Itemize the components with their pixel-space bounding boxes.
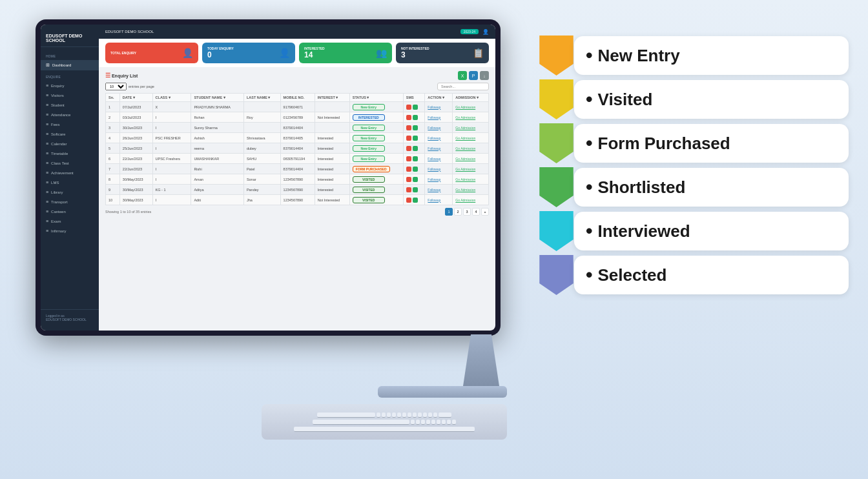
admission-link[interactable]: Go Admission: [455, 178, 475, 181]
followup-link[interactable]: Followup: [428, 136, 440, 140]
sms-red-icon[interactable]: [406, 115, 411, 120]
status-badge[interactable]: FORM PURCHASED: [353, 166, 390, 172]
page-2-btn[interactable]: 2: [454, 208, 462, 216]
sms-red-icon[interactable]: [406, 177, 411, 182]
sidebar-item-timetable[interactable]: ≡ Timetable: [41, 148, 99, 158]
sms-red-icon[interactable]: [406, 146, 411, 151]
search-input[interactable]: [437, 83, 489, 90]
col-action[interactable]: ACTION ▾: [425, 94, 453, 102]
print-btn[interactable]: ↓: [480, 71, 489, 80]
sms-green-icon[interactable]: [413, 115, 418, 120]
cell-mobile: 9179604671: [280, 102, 315, 112]
sidebar-item-dashboard[interactable]: ⊞ Dashboard: [41, 60, 99, 70]
admission-link[interactable]: Go Admission: [455, 167, 475, 171]
sms-green-icon[interactable]: [413, 187, 418, 192]
page-4-btn[interactable]: 4: [472, 208, 480, 216]
sms-green-icon[interactable]: [413, 156, 418, 161]
admission-link[interactable]: Go Admission: [455, 105, 475, 109]
admission-link[interactable]: Go Admission: [455, 136, 475, 140]
col-interest[interactable]: INTEREST ▾: [315, 94, 349, 102]
followup-link[interactable]: Followup: [428, 147, 440, 150]
sms-green-icon[interactable]: [413, 125, 418, 130]
followup-link[interactable]: Followup: [428, 188, 440, 192]
sidebar-item-attendance[interactable]: ≡ Attendance: [41, 110, 99, 119]
col-status[interactable]: STATUS ▾: [349, 94, 403, 102]
sidebar-item-canteen[interactable]: ≡ Canteen: [41, 207, 99, 216]
sidebar-item-exam[interactable]: ≡ Exam: [41, 216, 99, 226]
admission-link[interactable]: Go Admission: [455, 157, 475, 161]
col-mobile[interactable]: MOBILE NO.: [280, 94, 315, 102]
sms-green-icon[interactable]: [413, 198, 418, 203]
sms-green-icon[interactable]: [413, 136, 418, 141]
col-student[interactable]: STUDENT NAME ▾: [191, 94, 243, 102]
status-badge[interactable]: VISITED: [353, 176, 385, 183]
col-admission[interactable]: ADMISSION ▾: [453, 94, 489, 102]
sms-icons: [406, 146, 422, 151]
followup-link[interactable]: Followup: [428, 178, 440, 181]
step-row-visited: • Visited: [539, 79, 849, 119]
cell-sn: 4: [106, 133, 120, 143]
page-1-btn[interactable]: 1: [445, 208, 453, 216]
export-pdf-btn[interactable]: P: [469, 71, 478, 80]
followup-link[interactable]: Followup: [428, 157, 440, 161]
sms-green-icon[interactable]: [413, 146, 418, 151]
sms-green-icon[interactable]: [413, 177, 418, 182]
col-class[interactable]: CLASS ▾: [152, 94, 191, 102]
cell-mobile: 08305791194: [280, 154, 315, 164]
user-icon[interactable]: 👤: [482, 29, 489, 35]
followup-link[interactable]: Followup: [428, 167, 440, 171]
monitor-screen: EDUSOFT DEMO SCHOOL HOME ⊞ Dashboard ENQ…: [41, 25, 495, 331]
sms-red-icon[interactable]: [406, 167, 411, 172]
sidebar-item-calendar[interactable]: ≡ Calendar: [41, 139, 99, 148]
entries-select[interactable]: 102550: [105, 83, 127, 90]
sms-red-icon[interactable]: [406, 125, 411, 130]
col-date[interactable]: DATE ▾: [119, 94, 152, 102]
page-3-btn[interactable]: 3: [463, 208, 471, 216]
sms-green-icon[interactable]: [413, 167, 418, 172]
sms-red-icon[interactable]: [406, 198, 411, 203]
sidebar-item-fees[interactable]: ≡ Fees: [41, 119, 99, 129]
admission-link[interactable]: Go Admission: [455, 126, 475, 130]
stat-interested[interactable]: INTERESTED 14 👥: [299, 43, 392, 63]
sms-red-icon[interactable]: [406, 187, 411, 192]
admission-link[interactable]: Go Admission: [455, 147, 475, 150]
status-badge[interactable]: New Entry: [353, 135, 385, 141]
sidebar-item-visitors[interactable]: ≡ Visitors: [41, 90, 99, 100]
followup-link[interactable]: Followup: [428, 116, 440, 119]
sms-red-icon[interactable]: [406, 105, 411, 110]
export-excel-btn[interactable]: X: [458, 71, 467, 80]
sidebar-item-library[interactable]: ≡ Library: [41, 187, 99, 197]
sidebar-item-enquiry[interactable]: ≡ Enquiry: [41, 81, 99, 90]
col-last[interactable]: LAST NAME ▾: [243, 94, 280, 102]
status-badge[interactable]: VISITED: [353, 197, 385, 203]
followup-link[interactable]: Followup: [428, 126, 440, 130]
status-badge[interactable]: New Entry: [353, 156, 385, 162]
sidebar-item-lms[interactable]: ≡ LMS: [41, 178, 99, 187]
sms-green-icon[interactable]: [413, 105, 418, 110]
cell-class: I: [152, 112, 191, 123]
status-badge[interactable]: New Entry: [353, 125, 385, 131]
status-badge[interactable]: VISITED: [353, 187, 385, 193]
stat-total-enquiry[interactable]: TOTAL ENQUIRY 👤: [105, 43, 198, 63]
sidebar-item-softcare[interactable]: ≡ Softcare: [41, 129, 99, 139]
status-badge[interactable]: INTERESTED: [353, 114, 385, 121]
followup-link[interactable]: Followup: [428, 105, 440, 109]
admission-link[interactable]: Go Admission: [455, 198, 475, 202]
stat-not-interested[interactable]: NOT INTERESTED 3 📋: [396, 43, 489, 63]
sidebar-item-transport[interactable]: ≡ Transport: [41, 197, 99, 207]
admission-link[interactable]: Go Admission: [455, 116, 475, 119]
sidebar-item-student[interactable]: ≡ Student: [41, 100, 99, 110]
sidebar-item-infirmary[interactable]: ≡ Infirmary: [41, 226, 99, 236]
sidebar-item-achievement[interactable]: ≡ Achievement: [41, 168, 99, 178]
sms-red-icon[interactable]: [406, 156, 411, 161]
status-badge[interactable]: New Entry: [353, 145, 385, 152]
page-next-btn[interactable]: »: [481, 208, 489, 216]
keyboard-row-2: [267, 420, 502, 425]
followup-link[interactable]: Followup: [428, 198, 440, 202]
status-badge[interactable]: New Entry: [353, 104, 385, 110]
sidebar-item-classtest[interactable]: ≡ Class Test: [41, 158, 99, 168]
sms-red-icon[interactable]: [406, 136, 411, 141]
cell-student: UMASHANKAR: [191, 154, 243, 164]
stat-today-enquiry[interactable]: TODAY ENQUIRY 0 👤: [202, 43, 295, 63]
admission-link[interactable]: Go Admission: [455, 188, 475, 192]
